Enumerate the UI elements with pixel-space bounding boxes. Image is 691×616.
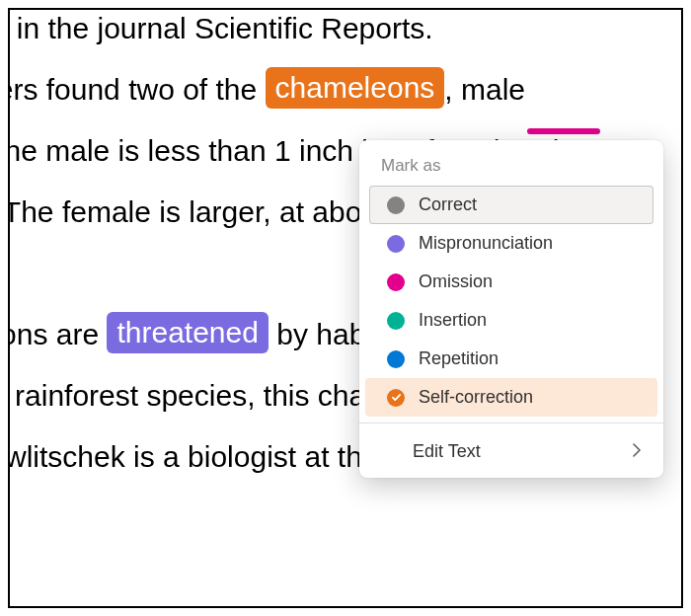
callout-connector [527, 128, 600, 134]
highlighted-word-chameleons[interactable]: chameleons [266, 67, 445, 109]
dot-icon [387, 350, 405, 368]
menu-item-repetition[interactable]: Repetition [365, 340, 657, 378]
dot-icon [387, 235, 405, 253]
dot-icon [387, 196, 405, 214]
text-fragment: researchers found two of the [8, 73, 266, 106]
menu-item-label: Correct [419, 194, 477, 215]
menu-header: Mark as [359, 150, 663, 186]
mark-as-menu: Mark as Correct Mispronunciation Omissio… [359, 140, 663, 478]
edit-text-label: Edit Text [413, 441, 481, 462]
menu-item-label: Mispronunciation [419, 233, 553, 254]
menu-item-omission[interactable]: Omission [365, 263, 657, 301]
menu-item-label: Repetition [419, 348, 499, 369]
text-fragment: published in the journal Scientific Repo… [8, 12, 433, 44]
chevron-right-icon [632, 441, 642, 462]
text-fragment: Chameleons are [8, 318, 107, 350]
menu-item-mispronunciation[interactable]: Mispronunciation [365, 224, 657, 263]
check-icon [387, 389, 405, 407]
dot-icon [387, 312, 405, 330]
menu-item-self-correction[interactable]: Self-correction [365, 378, 657, 417]
menu-divider [359, 423, 663, 424]
reading-passage-frame: published in the journal Scientific Repo… [8, 8, 683, 608]
text-fragment: , male [444, 73, 525, 106]
highlighted-word-threatened[interactable]: threatened [107, 312, 268, 353]
menu-item-label: Insertion [419, 310, 487, 331]
menu-item-insertion[interactable]: Insertion [365, 301, 657, 340]
menu-item-label: Omission [419, 271, 493, 292]
menu-item-label: Self-correction [419, 387, 533, 408]
dot-icon [387, 273, 405, 291]
menu-item-edit-text[interactable]: Edit Text [359, 429, 663, 474]
menu-item-correct[interactable]: Correct [369, 186, 653, 224]
